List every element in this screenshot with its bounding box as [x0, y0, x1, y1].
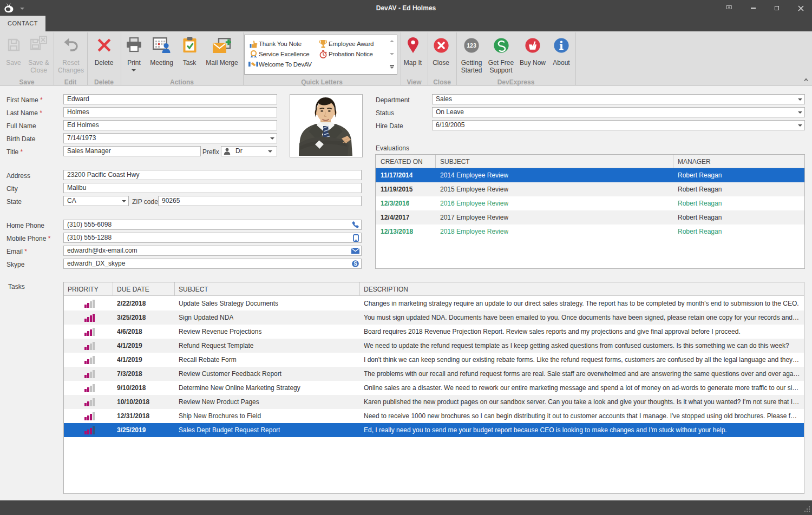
svg-text:S: S — [353, 261, 357, 267]
svg-text:123: 123 — [467, 42, 476, 49]
